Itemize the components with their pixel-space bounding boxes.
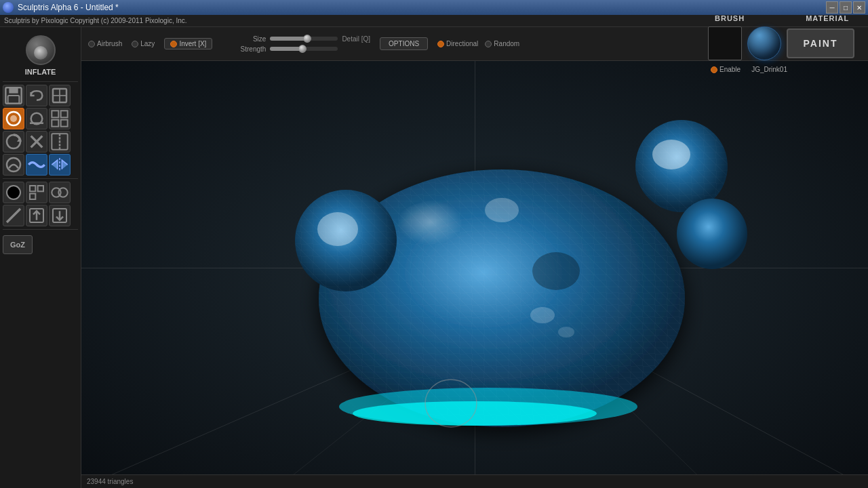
svg-point-21 [7, 186, 20, 199]
top-right-protrusion [635, 120, 728, 212]
tool-symmetry[interactable] [49, 131, 71, 152]
toolbar-divider-2 [3, 178, 78, 179]
brush-header: BRUSH [715, 14, 745, 22]
invert-button[interactable]: Invert [X] [164, 38, 212, 49]
size-slider-fill [270, 37, 307, 41]
tool-grid[interactable] [49, 108, 71, 129]
size-slider-track[interactable] [270, 37, 338, 41]
upper-right-protrusion [677, 199, 747, 269]
enable-row: Enable JG_Drink01 [711, 66, 854, 73]
close-button[interactable]: ✕ [853, 1, 865, 14]
statusbar: 23944 triangles [81, 474, 868, 488]
brand-label: Sculptris by Pixologic [4, 17, 68, 24]
grid-line-vertical [475, 61, 475, 474]
tool-subdivide[interactable] [26, 182, 47, 203]
enable-item: Enable [711, 66, 741, 73]
tool-rotate[interactable] [3, 131, 24, 152]
window-title: Sculptris Alpha 6 - Untitled * [18, 3, 119, 12]
triangles-label: 23944 triangles [87, 478, 133, 485]
random-group: Random [485, 40, 519, 47]
titlebar-controls[interactable]: ─ □ ✕ [826, 1, 865, 14]
tr-mesh [635, 120, 728, 212]
tool-mirror[interactable] [49, 154, 71, 176]
strength-slider-fill [270, 47, 302, 51]
material-sphere[interactable] [747, 26, 781, 60]
svg-rect-22 [30, 186, 35, 191]
tool-line[interactable] [3, 205, 24, 226]
tool-transform[interactable] [49, 85, 71, 106]
svg-rect-10 [52, 110, 58, 117]
inflate-icon-inner [34, 46, 47, 60]
inflate-icon[interactable] [26, 35, 56, 65]
tool-row-1 [3, 85, 78, 106]
directional-checkbox[interactable] [437, 41, 444, 47]
tool-smooth[interactable] [3, 154, 24, 176]
toolbar-divider-3 [3, 229, 78, 230]
cyan-base [339, 388, 637, 426]
tool-merge[interactable] [49, 182, 71, 203]
body-shine [387, 200, 495, 274]
dir-random-group: Directional Random [437, 40, 519, 47]
small-shine [558, 327, 574, 338]
svg-point-26 [58, 188, 67, 197]
tool-row-4 [3, 154, 78, 176]
brush-indicator [425, 380, 477, 427]
top-shine [485, 198, 519, 222]
svg-line-35 [515, 298, 760, 474]
airbrush-label: Airbrush [97, 40, 122, 47]
goz-button[interactable]: GoZ [3, 235, 33, 254]
brush-swatch[interactable] [708, 26, 742, 60]
lazy-label: Lazy [140, 40, 155, 47]
left-ear-shine [317, 212, 358, 246]
size-slider-thumb[interactable] [303, 35, 311, 43]
tool-inflate[interactable] [3, 108, 24, 129]
options-button[interactable]: OPTIONS [380, 37, 428, 50]
eye-indent [532, 252, 580, 290]
tool-save[interactable] [3, 85, 24, 106]
sliders-area: Size Detail [Q] Strength [229, 35, 370, 53]
tool-x[interactable] [26, 131, 47, 152]
enable-checkbox[interactable] [711, 66, 717, 73]
brush-material-headers: BRUSH MATERIAL [715, 14, 854, 22]
tool-material[interactable] [3, 182, 24, 203]
app-icon [3, 2, 14, 13]
svg-line-34 [217, 298, 515, 474]
tool-import[interactable] [26, 205, 47, 226]
svg-line-33 [515, 298, 868, 474]
tool-export[interactable] [49, 205, 71, 226]
tool-undo[interactable] [26, 85, 47, 106]
tool-row-3 [3, 131, 78, 152]
strength-label: Strength [229, 45, 266, 53]
random-label: Random [494, 40, 519, 47]
strength-slider-track[interactable] [270, 47, 338, 51]
viewport[interactable] [81, 61, 868, 474]
inflate-label: INFLATE [25, 68, 56, 76]
lazy-group: Lazy [132, 40, 155, 47]
svg-rect-24 [30, 194, 35, 199]
svg-rect-2 [8, 96, 20, 104]
svg-rect-12 [52, 120, 58, 127]
left-protrusion [295, 190, 397, 291]
minimize-button[interactable]: ─ [826, 1, 838, 14]
svg-rect-1 [9, 87, 18, 93]
brush-material-row: PAINT [708, 26, 854, 60]
svg-rect-11 [61, 110, 68, 117]
mesh-overlay [319, 169, 685, 427]
strength-slider-thumb[interactable] [298, 45, 307, 53]
svg-point-7 [10, 115, 17, 122]
toolbar-divider-1 [3, 81, 78, 82]
tool-row-6 [3, 205, 78, 226]
airbrush-checkbox[interactable] [88, 41, 95, 47]
paint-button[interactable]: PAINT [787, 28, 854, 58]
svg-rect-23 [38, 186, 43, 191]
random-checkbox[interactable] [485, 41, 492, 47]
jg-label: JG_Drink01 [751, 66, 787, 73]
svg-line-32 [81, 298, 515, 474]
tool-wave[interactable] [26, 154, 47, 176]
lazy-checkbox[interactable] [132, 41, 138, 47]
maximize-button[interactable]: □ [840, 1, 852, 14]
tool-flatten[interactable] [26, 108, 47, 129]
size-slider-row: Size Detail [Q] [229, 35, 370, 43]
brush-material-panel: BRUSH MATERIAL PAINT Enable JG_Drink01 [708, 14, 854, 73]
svg-line-27 [7, 209, 20, 222]
